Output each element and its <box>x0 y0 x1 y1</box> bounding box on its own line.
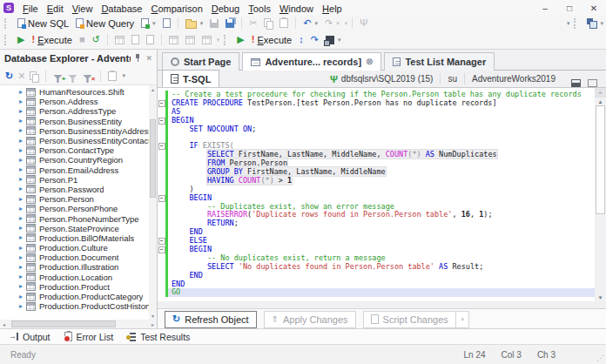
tree-item[interactable]: ▸Person.EmailAddress <box>0 165 149 175</box>
tree-item[interactable]: ▸Person.Person <box>0 194 149 204</box>
chevron-down-icon[interactable]: ▾ <box>600 20 603 27</box>
expand-arrow-icon[interactable]: ▸ <box>19 138 23 145</box>
expand-arrow-icon[interactable]: ▸ <box>19 254 23 261</box>
tree-item[interactable]: ▸Person.ContactType <box>0 145 149 155</box>
tree-item[interactable]: ▸Production.Illustration <box>0 262 149 272</box>
connection-server[interactable]: Ψ dbfsqlsrv\SQL2019 (15) <box>323 73 441 84</box>
tree-item[interactable]: ▸Production.Product <box>0 282 149 292</box>
tree-item[interactable]: ▸Person.PhoneNumberType <box>0 213 149 223</box>
new-sql-button[interactable]: New SQL <box>15 17 71 30</box>
debug-button-2[interactable] <box>129 34 142 45</box>
menu-file[interactable]: File <box>18 3 43 15</box>
tree-item[interactable]: ▸Production.Location <box>0 273 149 282</box>
tree-item[interactable]: ▸Production.Document <box>0 253 149 262</box>
redo-button[interactable]: ↷▾ <box>322 17 342 29</box>
tree-item[interactable]: ▸Person.Password <box>0 185 149 194</box>
expand-arrow-icon[interactable]: ▸ <box>19 245 23 252</box>
toolbar-grip[interactable] <box>4 35 10 45</box>
fold-toggle-icon[interactable] <box>158 194 165 203</box>
debug-button-3[interactable] <box>144 34 157 45</box>
expand-arrow-icon[interactable]: ▸ <box>19 89 23 96</box>
execute-button[interactable]: ! Execute <box>29 34 74 46</box>
menu-help[interactable]: Help <box>318 3 347 15</box>
delete-icon[interactable]: ✕ <box>17 71 25 81</box>
close-tab-icon[interactable]: ⊗ <box>366 57 373 66</box>
expand-arrow-icon[interactable]: ▸ <box>19 127 23 134</box>
run-button[interactable]: ▶ <box>15 34 27 45</box>
menu-tools[interactable]: Tools <box>244 3 275 15</box>
tree-item[interactable]: ▸Person.PersonPhone <box>0 204 149 213</box>
expand-arrow-icon[interactable]: ▸ <box>19 264 23 271</box>
pin-icon[interactable] <box>134 54 142 63</box>
editor-vertical-scrollbar[interactable]: ÷ ▴ ▾ <box>595 88 606 301</box>
refresh-object-button[interactable]: ↻ Refresh Object <box>165 311 257 328</box>
close-button[interactable]: ✕ <box>582 0 606 16</box>
tab-adventure-records[interactable]: Adventure... records]⊗ <box>242 52 381 71</box>
new-window-button[interactable] <box>160 17 173 29</box>
code-area[interactable]: -- Create a test procedure for checking … <box>158 88 595 301</box>
chevron-down-icon[interactable]: ▾ <box>345 20 348 27</box>
explorer-tree[interactable]: ▸HumanResources.Shift▸Person.Address▸Per… <box>0 85 157 320</box>
scrollbar-thumb[interactable] <box>11 320 116 327</box>
expand-arrow-icon[interactable]: ▸ <box>19 273 23 280</box>
save-all-button[interactable] <box>223 18 237 29</box>
tree-item[interactable]: ▸Person.BusinessEntityContact <box>0 136 149 145</box>
view-button-2[interactable] <box>183 35 198 45</box>
duplicate-icon[interactable] <box>30 71 38 81</box>
tree-item[interactable]: ▸Person.CountryRegion <box>0 155 149 165</box>
connection-button[interactable]: Ψ <box>357 17 370 29</box>
scroll-down-icon[interactable]: ▾ <box>149 312 157 320</box>
toolbar-grip[interactable] <box>574 18 580 29</box>
connection-user[interactable]: su <box>440 73 464 84</box>
expand-arrow-icon[interactable]: ▸ <box>19 98 23 105</box>
paste-button[interactable] <box>277 17 291 29</box>
tree-item[interactable]: ▸Production.BillOfMaterials <box>0 233 149 243</box>
tab-tsql[interactable]: T-SQL <box>162 70 219 87</box>
tree-item[interactable]: ▸Person.AddressType <box>0 106 149 116</box>
tree-item[interactable]: ▸Person.BusinessEntity <box>0 117 149 126</box>
split-view-icon[interactable] <box>571 79 581 87</box>
tree-item[interactable]: ▸HumanResources.Shift <box>0 87 149 97</box>
chevron-down-icon[interactable]: ▾ <box>338 37 341 44</box>
scroll-up-icon[interactable]: ▴ <box>149 85 157 93</box>
expand-arrow-icon[interactable]: ▸ <box>19 108 23 115</box>
window-layout-button[interactable]: ▾ <box>584 17 606 29</box>
results-layout-button[interactable]: ▾ <box>323 35 344 45</box>
fold-toggle-icon[interactable] <box>158 99 165 108</box>
script-icon[interactable] <box>108 71 117 81</box>
save-button[interactable] <box>207 18 221 29</box>
fold-toggle-icon[interactable] <box>158 237 165 246</box>
view-button-1[interactable] <box>166 35 181 45</box>
connection-database[interactable]: AdventureWorks2019 <box>464 73 562 84</box>
menu-comparison[interactable]: Comparison <box>146 3 206 15</box>
menu-edit[interactable]: Edit <box>43 3 68 15</box>
expand-arrow-icon[interactable]: ▸ <box>19 215 23 222</box>
refresh-icon[interactable]: ↻ <box>5 71 13 81</box>
tree-item[interactable]: ▸Production.ProductCostHistory <box>0 301 149 311</box>
bottom-tab-error-list[interactable]: Error List <box>64 332 114 342</box>
run-script-button[interactable]: ▶ <box>234 34 246 45</box>
scrollbar-thumb[interactable] <box>596 105 605 214</box>
expand-arrow-icon[interactable]: ▸ <box>19 157 23 164</box>
chevron-down-icon[interactable]: ▾ <box>200 20 204 27</box>
estimated-plan-button[interactable]: ↷ <box>308 34 321 45</box>
view-button-3[interactable] <box>199 35 214 45</box>
expand-arrow-icon[interactable]: ▸ <box>19 147 23 154</box>
tab-test-list-manager[interactable]: Test List Manager <box>384 52 495 71</box>
query-history-button[interactable]: ↺ <box>90 34 103 45</box>
expand-arrow-icon[interactable]: ▸ <box>19 176 23 183</box>
chevron-down-icon[interactable]: ▾ <box>152 20 156 27</box>
chevron-down-icon[interactable]: ▾ <box>217 37 220 44</box>
fold-toggle-icon[interactable] <box>158 117 165 125</box>
apply-changes-button[interactable]: ⇑ Apply Changes <box>264 311 356 328</box>
expand-arrow-icon[interactable]: ▸ <box>19 196 23 203</box>
scroll-up-icon[interactable]: ▴ <box>596 98 604 105</box>
new-query-button[interactable]: New Query <box>73 17 137 30</box>
remove-filter-icon[interactable]: × <box>83 71 93 81</box>
tree-item[interactable]: ▸Production.ProductCategory <box>0 292 149 301</box>
add-filter-icon[interactable]: + <box>53 71 64 81</box>
scrollbar-thumb[interactable] <box>150 119 156 198</box>
tree-item[interactable]: ▸Person.BusinessEntityAddress <box>0 126 149 136</box>
menu-database[interactable]: Database <box>97 3 146 15</box>
tree-item[interactable]: ▸Production.Culture <box>0 243 149 253</box>
